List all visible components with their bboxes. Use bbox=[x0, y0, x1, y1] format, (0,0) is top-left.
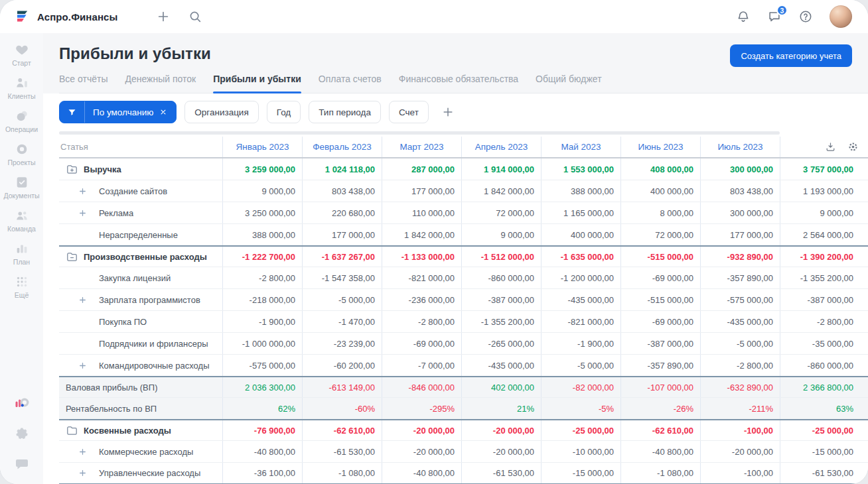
sidebar-item-Команда[interactable]: Команда bbox=[0, 208, 43, 233]
user-avatar[interactable] bbox=[830, 5, 852, 28]
expand-plus-icon[interactable] bbox=[78, 187, 87, 196]
expand-plus-icon[interactable] bbox=[78, 361, 87, 370]
value-cell: -1 547 358,00 bbox=[302, 267, 382, 288]
expand-plus-icon[interactable] bbox=[78, 209, 87, 217]
row-label[interactable]: Подрядчики и фрилансеры bbox=[59, 333, 222, 354]
tab-Общий бюджет[interactable]: Общий бюджет bbox=[536, 74, 601, 93]
expand-plus-icon[interactable] bbox=[78, 469, 87, 477]
value-cell: 8 000,00 bbox=[620, 202, 700, 223]
filter-chip-default[interactable]: По умолчанию bbox=[59, 101, 177, 123]
row-label[interactable]: Нераспределенные bbox=[59, 224, 222, 245]
filter-bar: По умолчанию ОрганизацияГодТип периодаСч… bbox=[59, 101, 868, 123]
app-window: Аспро.Финансы 3 Старт Клиенты Операции П… bbox=[0, 0, 868, 484]
column-header-Июнь 2023[interactable]: Июнь 2023 bbox=[620, 137, 700, 157]
value-cell: -25 000,00 bbox=[780, 420, 868, 440]
filter-chip-Счет[interactable]: Счет bbox=[389, 101, 429, 123]
row-label[interactable]: Коммерческие расходы bbox=[59, 441, 222, 462]
value-cell: -218 000,00 bbox=[222, 289, 302, 310]
row-label[interactable]: Рентабельность по ВП bbox=[59, 398, 222, 419]
aspro-logo-icon[interactable] bbox=[14, 395, 30, 411]
value-cell: -26% bbox=[620, 398, 700, 419]
value-cell: -1 512 000,00 bbox=[461, 247, 541, 267]
brand-logo-icon bbox=[15, 9, 31, 25]
value-cell: -62 610,00 bbox=[302, 420, 382, 440]
value-cell: -1 080,00 bbox=[620, 463, 700, 483]
row-label[interactable]: Производственные расходы bbox=[59, 247, 222, 267]
table-row: Валовая прибыль (ВП) 2 036 300,00-613 14… bbox=[59, 376, 868, 398]
close-icon[interactable] bbox=[159, 107, 168, 117]
value-cell: -575 000,00 bbox=[222, 355, 302, 376]
row-label[interactable]: Командировочные расходы bbox=[59, 355, 222, 376]
sidebar-item-Ещё[interactable]: Ещё bbox=[0, 274, 43, 299]
value-cell: -435 000,00 bbox=[700, 311, 780, 332]
row-label[interactable]: Покупка ПО bbox=[59, 311, 222, 332]
value-cell: -107 000,00 bbox=[620, 377, 700, 397]
tab-Все отчёты[interactable]: Все отчёты bbox=[59, 74, 108, 93]
value-cell: -20 000,00 bbox=[461, 420, 541, 440]
value-cell: -211% bbox=[700, 398, 780, 419]
create-category-button[interactable]: Создать категорию учета bbox=[730, 44, 852, 67]
column-header-Февраль 2023[interactable]: Февраль 2023 bbox=[302, 137, 382, 157]
value-cell: -40 800,00 bbox=[222, 441, 302, 462]
filter-chip-Тип периода[interactable]: Тип периода bbox=[309, 101, 381, 123]
row-label[interactable]: Косвенные расходы bbox=[59, 420, 222, 440]
team-icon bbox=[15, 208, 29, 223]
row-label[interactable]: Управленческие расходы bbox=[59, 463, 222, 483]
clients-icon bbox=[15, 76, 29, 90]
settings-icon[interactable] bbox=[847, 141, 859, 152]
sidebar-item-План[interactable]: План bbox=[0, 241, 43, 266]
notifications-bell-icon[interactable] bbox=[736, 9, 751, 24]
sidebar-nav: Старт Клиенты Операции Проекты Документы… bbox=[0, 33, 43, 484]
help-icon[interactable] bbox=[798, 9, 813, 24]
funnel-icon bbox=[60, 101, 85, 123]
sidebar-item-Клиенты[interactable]: Клиенты bbox=[0, 76, 43, 100]
create-new-icon[interactable] bbox=[156, 9, 171, 24]
sidebar-item-Операции[interactable]: Операции bbox=[0, 109, 43, 133]
value-cell: -5 000,00 bbox=[700, 333, 780, 354]
horizontal-scrollbar[interactable] bbox=[59, 131, 780, 135]
value-cell: -2 800,00 bbox=[780, 311, 868, 332]
chat-feedback-icon[interactable] bbox=[14, 456, 30, 472]
download-icon[interactable] bbox=[825, 141, 836, 152]
expand-plus-icon[interactable] bbox=[78, 448, 87, 456]
row-label[interactable]: Зарплата программистов bbox=[59, 289, 222, 310]
value-cell: -2 800,00 bbox=[222, 267, 302, 288]
value-cell: -357 890,00 bbox=[620, 355, 700, 376]
table-row: Производственные расходы -1 222 700,00-1… bbox=[59, 245, 868, 267]
column-header-Апрель 2023[interactable]: Апрель 2023 bbox=[461, 137, 541, 157]
add-filter-button[interactable] bbox=[439, 103, 457, 121]
tab-Оплата счетов[interactable]: Оплата счетов bbox=[319, 74, 382, 93]
column-header-Июль 2023[interactable]: Июль 2023 bbox=[700, 137, 780, 157]
search-icon[interactable] bbox=[188, 9, 202, 24]
sidebar-item-Проекты[interactable]: Проекты bbox=[0, 142, 43, 166]
value-cell: -69 000,00 bbox=[382, 333, 461, 354]
tab-Финансовые обязательства[interactable]: Финансовые обязательства bbox=[399, 74, 518, 93]
row-label[interactable]: Создание сайтов bbox=[59, 180, 222, 202]
row-label[interactable]: Выручка bbox=[59, 158, 222, 180]
sidebar-item-Документы[interactable]: Документы bbox=[0, 175, 43, 200]
messages-icon[interactable]: 3 bbox=[767, 9, 782, 24]
brand-home-link[interactable]: Аспро.Финансы bbox=[15, 9, 117, 25]
expand-plus-icon[interactable] bbox=[78, 296, 87, 304]
tab-Денежный поток[interactable]: Денежный поток bbox=[125, 74, 196, 93]
row-label[interactable]: Закупка лицензий bbox=[59, 267, 222, 288]
value-cell: -1 355 200,00 bbox=[461, 311, 541, 332]
value-cell: 388 000,00 bbox=[222, 224, 302, 245]
gear-icon[interactable] bbox=[14, 426, 30, 442]
filter-chip-Организация[interactable]: Организация bbox=[184, 101, 258, 123]
value-cell: 63% bbox=[780, 398, 868, 419]
operations-icon bbox=[15, 109, 29, 123]
column-header-Январь 2023[interactable]: Январь 2023 bbox=[222, 137, 302, 157]
sidebar-item-Старт[interactable]: Старт bbox=[0, 42, 43, 67]
value-cell: -5% bbox=[541, 398, 620, 419]
column-header-Март 2023[interactable]: Март 2023 bbox=[382, 137, 461, 157]
tab-Прибыли и убытки[interactable]: Прибыли и убытки bbox=[213, 74, 301, 93]
value-cell: 177 000,00 bbox=[302, 224, 382, 245]
column-header-Май 2023[interactable]: Май 2023 bbox=[541, 137, 620, 157]
value-cell: -23 239,00 bbox=[302, 333, 382, 354]
row-label[interactable]: Реклама bbox=[59, 202, 222, 223]
messages-badge: 3 bbox=[776, 5, 788, 16]
value-cell: -515 000,00 bbox=[620, 289, 700, 310]
filter-chip-Год[interactable]: Год bbox=[267, 101, 301, 123]
row-label[interactable]: Валовая прибыль (ВП) bbox=[59, 377, 222, 397]
